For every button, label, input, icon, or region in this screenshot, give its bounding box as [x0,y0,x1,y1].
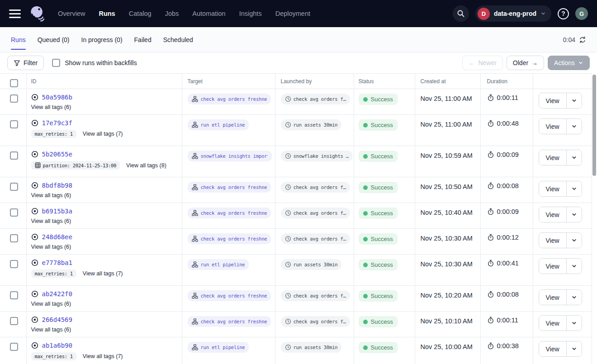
view-button[interactable]: View [539,316,566,331]
view-dropdown-button[interactable] [567,259,582,274]
view-button[interactable]: View [539,150,566,165]
row-checkbox[interactable] [10,183,18,191]
view-all-tags-link[interactable]: View all tags (6) [31,301,71,307]
actions-button[interactable]: Actions [548,56,590,70]
row-checkbox[interactable] [10,234,18,242]
view-dropdown-button[interactable] [567,316,582,331]
view-all-tags-link[interactable]: View all tags (6) [31,104,71,110]
column-header-id: ID [26,74,182,89]
row-checkbox[interactable] [10,343,18,351]
launched-by-pill[interactable]: check_avg_orders_f… [281,182,350,193]
view-dropdown-button[interactable] [567,233,582,248]
launched-by-pill[interactable]: run_assets_30min [281,119,342,130]
run-id-link[interactable]: e7778ba1 [42,259,72,266]
launched-by-pill[interactable]: run_assets_30min [281,259,342,270]
view-button[interactable]: View [539,207,566,222]
view-all-tags-link[interactable]: View all tags (7) [83,270,123,277]
tab-scheduled[interactable]: Scheduled [163,27,193,52]
nav-item-catalog[interactable]: Catalog [129,10,152,17]
view-all-tags-link[interactable]: View all tags (6) [31,244,71,250]
refresh-icon[interactable] [579,36,586,43]
launched-by-label: check_avg_orders_f… [294,184,346,190]
target-pill[interactable]: check_avg_orders_freshne [188,233,271,244]
nav-item-deployment[interactable]: Deployment [275,10,310,17]
run-id-link[interactable]: 17e79c3f [42,119,72,127]
launched-by-pill[interactable]: check_avg_orders_f… [281,94,350,104]
row-checkbox[interactable] [10,291,18,299]
launched-by-pill[interactable]: snowflake_insights_… [281,151,353,161]
view-button[interactable]: View [539,119,566,134]
target-pill[interactable]: snowflake_insights_import [188,151,272,161]
row-checkbox[interactable] [10,208,18,217]
launched-by-pill[interactable]: run_assets_30min [281,342,342,353]
launched-by-pill[interactable]: check_avg_orders_f… [281,208,350,218]
run-id-link[interactable]: 5b20655e [42,151,72,158]
nav-item-automation[interactable]: Automation [192,10,225,17]
launched-by-pill[interactable]: check_avg_orders_f… [281,290,350,301]
tab-in-progress[interactable]: In progress (0) [81,27,123,52]
tab-runs[interactable]: Runs [11,27,26,52]
run-id-link[interactable]: 8bdf8b98 [42,182,72,189]
search-button[interactable] [453,5,469,22]
older-button[interactable]: Older → [507,56,544,70]
row-checkbox[interactable] [10,317,18,325]
nav-item-insights[interactable]: Insights [239,10,262,17]
view-dropdown-button[interactable] [567,119,582,134]
view-dropdown-button[interactable] [567,150,582,165]
tab-queued[interactable]: Queued (0) [38,27,70,52]
view-all-tags-link[interactable]: View all tags (7) [83,353,123,359]
target-pill[interactable]: check_avg_orders_freshne [188,316,271,327]
nav-item-jobs[interactable]: Jobs [165,10,179,17]
row-checkbox[interactable] [10,260,18,268]
view-dropdown-button[interactable] [567,181,582,196]
help-button[interactable]: ? [558,8,569,19]
hamburger-menu-icon[interactable] [9,9,21,18]
target-pill[interactable]: run_etl_pipeline [188,259,249,270]
dagster-logo-icon[interactable] [28,5,46,23]
row-checkbox[interactable] [10,120,18,128]
run-id-link[interactable]: b6915b3a [42,208,72,215]
select-all-checkbox[interactable] [10,79,18,87]
run-id-link[interactable]: 248d68ee [42,233,72,241]
nav-item-runs[interactable]: Runs [99,10,115,17]
target-pill[interactable]: check_avg_orders_freshne [188,208,271,218]
view-dropdown-button[interactable] [567,290,582,305]
view-dropdown-button[interactable] [567,207,582,222]
target-pill[interactable]: check_avg_orders_freshne [188,182,271,193]
view-button[interactable]: View [539,233,566,248]
row-checkbox[interactable] [10,151,18,160]
run-id-link[interactable]: ab2422f0 [42,290,72,298]
launched-by-pill[interactable]: check_avg_orders_f… [281,233,350,244]
row-checkbox[interactable] [10,95,18,103]
view-all-tags-link[interactable]: View all tags (6) [31,326,71,333]
view-button[interactable]: View [539,93,566,108]
tab-failed[interactable]: Failed [134,27,152,52]
view-all-tags-link[interactable]: View all tags (6) [31,218,71,224]
run-id-link[interactable]: 50a5986b [42,94,72,101]
view-button[interactable]: View [539,290,566,305]
view-all-tags-link[interactable]: View all tags (8) [126,162,166,169]
target-label: run_etl_pipeline [201,262,245,267]
target-pill[interactable]: check_avg_orders_freshne [188,290,271,301]
view-button[interactable]: View [539,181,566,196]
backfills-checkbox[interactable] [52,59,60,67]
view-dropdown-button[interactable] [567,93,582,108]
newer-button[interactable]: ← Newer [462,56,502,70]
user-avatar[interactable]: G [575,7,588,20]
target-pill[interactable]: check_avg_orders_freshne [188,94,271,104]
nav-item-overview[interactable]: Overview [58,10,85,17]
run-id-link[interactable]: ab1a6b90 [42,342,72,349]
launched-by-pill[interactable]: check_avg_orders_f… [281,316,350,327]
deployment-switcher[interactable]: D data-eng-prod [475,5,551,22]
run-id-link[interactable]: 266d4569 [42,316,72,323]
vertical-scrollbar[interactable] [592,75,596,176]
filter-label: Filter [24,59,38,66]
filter-button[interactable]: Filter [7,56,44,70]
view-button[interactable]: View [539,259,566,274]
target-pill[interactable]: run_etl_pipeline [188,342,249,353]
target-pill[interactable]: run_etl_pipeline [188,119,249,130]
view-dropdown-button[interactable] [567,341,582,356]
view-all-tags-link[interactable]: View all tags (7) [83,131,123,137]
view-all-tags-link[interactable]: View all tags (6) [31,192,71,199]
view-button[interactable]: View [539,341,566,356]
